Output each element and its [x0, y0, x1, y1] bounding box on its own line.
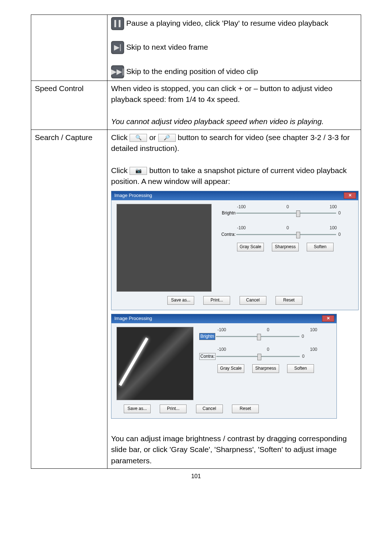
scale-zero: 0 — [267, 346, 269, 353]
next-frame-icon: ▶| — [111, 41, 124, 54]
click-text-1: Click — [111, 133, 130, 141]
scale-max: 100 — [310, 327, 317, 333]
scale-max: 100 — [310, 346, 317, 353]
print-button[interactable]: Print... — [203, 296, 230, 305]
adjust-footer-text: You can adjust image brightness / contra… — [111, 434, 347, 465]
contrast-value: 0 — [338, 231, 346, 238]
gray-scale-button[interactable]: Gray Scale — [217, 364, 244, 373]
controls-panel: -1000100 Brightn0 -1000100 Contra:0 Gray… — [193, 327, 331, 400]
brightness-value: 0 — [302, 333, 309, 340]
scale-max: 100 — [330, 225, 337, 231]
click-text-2: Click — [111, 166, 130, 175]
contrast-slider[interactable] — [236, 234, 336, 235]
dialog-titlebar: Image Processing✕ — [111, 191, 358, 200]
pause-text: Pause a playing video, click 'Play' to r… — [124, 19, 328, 27]
scale-zero: 0 — [286, 225, 289, 231]
contrast-label: Contra: — [217, 231, 236, 238]
pause-icon — [111, 17, 124, 30]
contrast-slider[interactable] — [216, 356, 300, 357]
row3-desc: Click 🔍 or 🔎 button to search for video … — [107, 130, 361, 469]
sharpness-button[interactable]: Sharpness — [252, 364, 279, 373]
camera-icon: 📷 — [130, 167, 147, 175]
content-table: Pause a playing video, click 'Play' to r… — [31, 15, 361, 469]
brightness-value: 0 — [338, 210, 346, 216]
brightness-label: Brightn — [217, 210, 236, 216]
brightness-slider[interactable] — [236, 213, 336, 214]
search-time-icon: 🔍 — [130, 134, 147, 142]
scale-min: -100 — [217, 327, 226, 333]
scale-zero: 0 — [286, 204, 289, 210]
scale-min: -100 — [217, 346, 226, 353]
dialog-titlebar: Image Processing✕ — [111, 314, 336, 323]
preview-image-blank — [117, 204, 212, 292]
reset-button[interactable]: Reset — [232, 405, 259, 413]
sharpness-button[interactable]: Sharpness — [272, 243, 299, 251]
speed-line2: You cannot adjust video playback speed w… — [111, 117, 324, 126]
contrast-value: 0 — [302, 353, 309, 360]
image-processing-dialog-1: Image Processing✕ -1000100 Brightn0 -100… — [111, 191, 359, 310]
row1-desc: Pause a playing video, click 'Play' to r… — [107, 15, 361, 81]
print-button[interactable]: Print... — [160, 405, 187, 413]
row2-desc: When video is stopped, you can click + o… — [107, 81, 361, 130]
brightness-label-selected: Brightn — [199, 333, 215, 340]
scale-zero: 0 — [267, 327, 269, 333]
row3-label: Search / Capture — [31, 130, 107, 469]
gray-scale-button[interactable]: Gray Scale — [237, 243, 264, 251]
cancel-button[interactable]: Cancel — [196, 405, 223, 413]
end-text: Skip to the ending position of video cli… — [124, 67, 258, 75]
skip-end-icon: ▶▶| — [111, 65, 124, 78]
close-icon[interactable]: ✕ — [344, 192, 356, 199]
scale-max: 100 — [330, 204, 337, 210]
next-text: Skip to next video frame — [124, 43, 208, 51]
soften-button[interactable]: Soften — [287, 364, 314, 373]
soften-button[interactable]: Soften — [307, 243, 334, 251]
preview-image-light — [117, 327, 193, 400]
reset-button[interactable]: Reset — [275, 296, 302, 305]
page-number: 101 — [31, 473, 361, 480]
save-as-button[interactable]: Save as... — [167, 296, 194, 305]
dialog-title: Image Processing — [114, 316, 152, 321]
or-text: or — [147, 133, 158, 141]
row2-label: Speed Control — [31, 81, 107, 130]
controls-panel: -1000100 Brightn0 -1000100 Contra:0 Gray… — [212, 204, 353, 292]
brightness-slider[interactable] — [216, 336, 299, 337]
image-processing-dialog-2: Image Processing✕ -1000100 Brightn0 -100… — [111, 314, 337, 419]
close-icon[interactable]: ✕ — [322, 315, 334, 322]
speed-line1: When video is stopped, you can click + o… — [111, 84, 332, 103]
scale-min: -100 — [237, 204, 246, 210]
save-as-button[interactable]: Save as... — [124, 405, 151, 413]
search-event-icon: 🔎 — [158, 134, 176, 142]
scale-min: -100 — [237, 225, 246, 231]
dialog-title: Image Processing — [114, 193, 152, 198]
cancel-button[interactable]: Cancel — [240, 296, 266, 305]
contrast-label: Contra: — [199, 353, 216, 360]
row1-label — [31, 15, 107, 81]
